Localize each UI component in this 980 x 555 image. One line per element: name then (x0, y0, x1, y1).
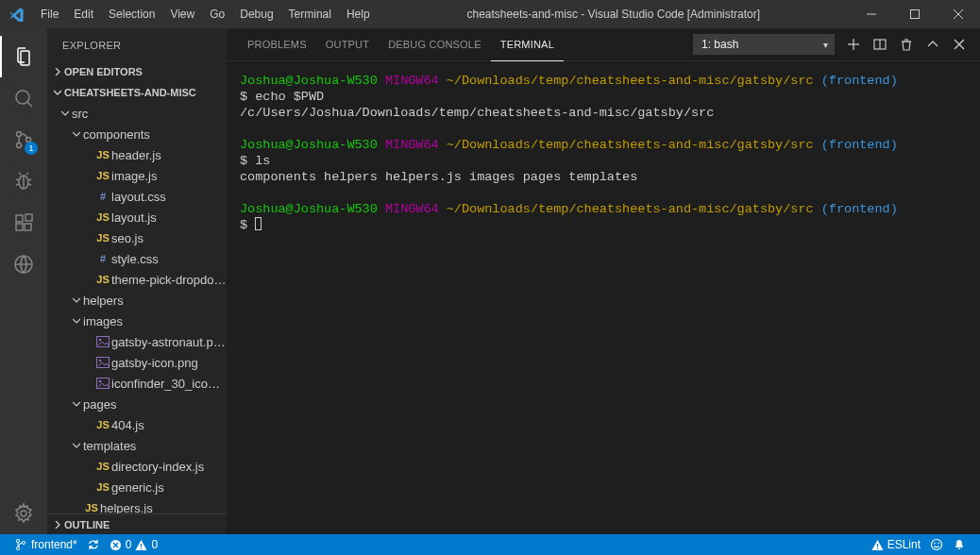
status-notifications[interactable] (948, 534, 971, 555)
image-icon (94, 357, 111, 368)
close-panel-button[interactable] (952, 37, 967, 52)
svg-line-12 (28, 179, 31, 180)
tree-file[interactable]: JSgeneric.js (47, 477, 227, 497)
js-icon: JS (94, 419, 111, 430)
tab-terminal[interactable]: TERMINAL (491, 28, 564, 61)
sidebar-title: EXPLORER (47, 28, 227, 61)
project-label: CHEATSHEETS-AND-MISC (64, 87, 196, 98)
kill-terminal-button[interactable] (899, 37, 914, 52)
tree-file[interactable]: #layout.css (47, 186, 227, 207)
js-icon: JS (94, 149, 111, 160)
project-section[interactable]: CHEATSHEETS-AND-MISC (47, 82, 227, 103)
workbench: 1 EXPLORER OPEN EDITORS CHEATSHEETS (0, 28, 980, 534)
tree-file[interactable]: #style.css (47, 248, 227, 269)
menu-edit[interactable]: Edit (66, 0, 101, 28)
tree-file[interactable]: iconfinder_30_icons… (47, 373, 227, 394)
tree-file[interactable]: gatsby-astronaut.png (47, 331, 227, 352)
menu-selection[interactable]: Selection (101, 0, 162, 28)
outline-label: OUTLINE (64, 519, 110, 530)
warning-icon (871, 539, 884, 551)
tab-problems[interactable]: PROBLEMS (238, 28, 316, 61)
svg-rect-1 (911, 10, 920, 19)
status-problems[interactable]: 0 0 (105, 534, 162, 555)
panel-actions (835, 37, 980, 52)
status-eslint[interactable]: ESLint (867, 534, 925, 555)
terminal-cursor (255, 217, 262, 230)
tree-file[interactable]: JSseo.js (47, 227, 227, 248)
svg-point-39 (16, 547, 19, 549)
js-icon: JS (94, 232, 111, 244)
activity-settings[interactable] (0, 493, 47, 534)
status-feedback[interactable] (925, 534, 948, 555)
maximize-panel-button[interactable] (925, 37, 940, 52)
activity-explorer[interactable] (0, 36, 47, 77)
open-editors-section[interactable]: OPEN EDITORS (47, 61, 227, 82)
svg-line-11 (16, 179, 19, 180)
tab-debug-console[interactable]: DEBUG CONSOLE (379, 28, 491, 61)
menu-file[interactable]: File (33, 0, 66, 28)
tree-label: theme-pick-dropdo… (111, 273, 226, 287)
terminal-selector[interactable]: 1: bash (693, 34, 835, 55)
split-terminal-button[interactable] (872, 37, 887, 52)
activity-debug[interactable] (0, 160, 47, 202)
sync-icon (87, 538, 100, 551)
tree-folder[interactable]: images (47, 311, 227, 331)
new-terminal-button[interactable] (846, 37, 861, 52)
minimize-button[interactable] (850, 0, 893, 28)
svg-rect-18 (16, 224, 23, 230)
chevron-right-icon (51, 521, 64, 529)
tree-file[interactable]: JShelpers.js (47, 497, 227, 513)
tree-file[interactable]: JStheme-pick-dropdo… (47, 269, 227, 290)
warning-icon (135, 539, 147, 551)
chevron-down-icon (70, 296, 83, 304)
tree-label: style.css (111, 252, 159, 266)
css-icon: # (94, 253, 111, 264)
tree-folder[interactable]: templates (47, 435, 227, 456)
activity-search[interactable] (0, 77, 47, 119)
activity-extensions[interactable] (0, 202, 47, 244)
smiley-icon (930, 538, 943, 551)
tree-folder[interactable]: src (47, 103, 227, 124)
svg-line-14 (28, 184, 31, 185)
maximize-button[interactable] (893, 0, 937, 28)
menu-debug[interactable]: Debug (232, 0, 280, 28)
tree-label: layout.css (111, 190, 166, 204)
svg-rect-17 (16, 215, 23, 222)
tree-file[interactable]: JS404.js (47, 414, 227, 435)
status-sync[interactable] (82, 534, 105, 555)
tab-output[interactable]: OUTPUT (316, 28, 379, 61)
menu-view[interactable]: View (162, 0, 202, 28)
outline-section[interactable]: OUTLINE (47, 513, 227, 534)
svg-point-25 (99, 339, 102, 342)
terminal-content[interactable]: Joshua@Joshua-W530 MINGW64 ~/Downloads/t… (227, 61, 980, 534)
tree-label: gatsby-icon.png (111, 356, 198, 370)
chevron-down-icon (70, 442, 83, 449)
menu-help[interactable]: Help (339, 0, 378, 28)
menu-terminal[interactable]: Terminal (281, 0, 339, 28)
tree-folder[interactable]: components (47, 124, 227, 144)
close-button[interactable] (937, 0, 980, 28)
tree-file[interactable]: JSlayout.js (47, 207, 227, 227)
chevron-down-icon (70, 400, 83, 408)
status-branch[interactable]: frontend* (9, 534, 82, 555)
tree-file[interactable]: JSdirectory-index.js (47, 456, 227, 477)
tree-label: header.js (111, 148, 161, 162)
svg-point-29 (99, 380, 102, 383)
tree-label: 404.js (111, 418, 144, 432)
js-icon: JS (94, 211, 111, 223)
menu-go[interactable]: Go (202, 0, 232, 28)
tree-folder[interactable]: helpers (47, 290, 227, 311)
svg-line-15 (19, 173, 21, 175)
tree-label: pages (83, 397, 116, 412)
vscode-logo-icon (0, 7, 33, 22)
tree-folder[interactable]: pages (47, 394, 227, 414)
error-icon (110, 539, 122, 551)
tree-file[interactable]: gatsby-icon.png (47, 352, 227, 373)
svg-point-7 (17, 143, 22, 148)
svg-line-16 (26, 173, 28, 175)
tree-file[interactable]: JSimage.js (47, 165, 227, 186)
activity-remote[interactable] (0, 244, 47, 285)
sidebar: EXPLORER OPEN EDITORS CHEATSHEETS-AND-MI… (47, 28, 227, 534)
activity-scm[interactable]: 1 (0, 119, 47, 160)
tree-file[interactable]: JSheader.js (47, 144, 227, 165)
